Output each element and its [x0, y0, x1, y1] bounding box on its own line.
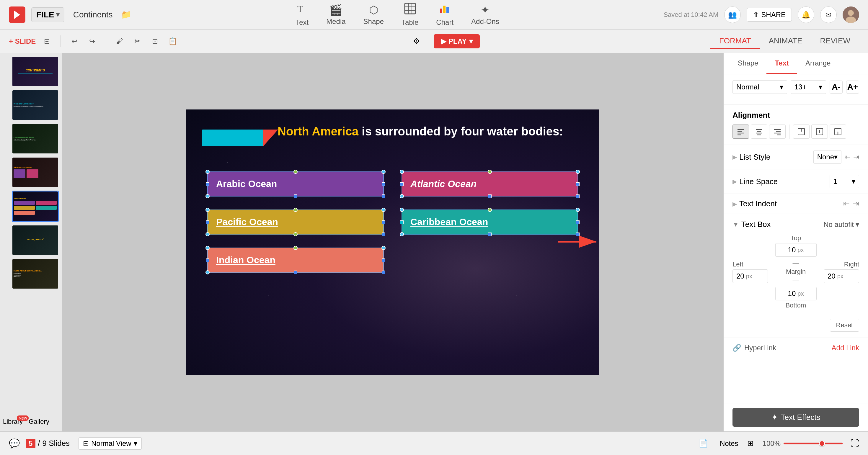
toolbar-media[interactable]: 🎬 Media: [326, 4, 345, 26]
notifications-icon-btn[interactable]: 🔔: [798, 6, 814, 23]
bottom-margin-value: 10: [788, 289, 796, 298]
text-effects-button[interactable]: ✦ Text Effects: [733, 408, 859, 427]
text-increase-btn[interactable]: A+: [846, 80, 859, 94]
style-dropdown-chevron: ▾: [780, 83, 783, 91]
line-space-header[interactable]: ▶ Line Space 1 ▾: [733, 175, 859, 188]
zoom-slider[interactable]: [783, 443, 843, 444]
margin-label: Margin: [786, 268, 806, 275]
slide-thumb-4[interactable]: What are Continents?: [12, 157, 59, 188]
layout-icon-btn[interactable]: ⊟: [40, 35, 54, 48]
valign-top-btn[interactable]: [793, 125, 810, 139]
list-style-dropdown[interactable]: None ▾: [813, 150, 841, 164]
slide-thumb-2[interactable]: What are Continents? Lorem ipsum text go…: [12, 90, 59, 120]
slide-thumb-1[interactable]: CONTINENTS: [12, 56, 59, 87]
add-link-button[interactable]: Add Link: [832, 344, 859, 352]
slide-thumb-wrapper-1: 1 CONTINENTS: [3, 56, 59, 87]
doc-icon: 📁: [121, 10, 131, 20]
scissors-button[interactable]: ✂: [131, 35, 144, 48]
chat-icon[interactable]: 💬: [9, 438, 20, 449]
ocean-box-pacific[interactable]: Pacific Ocean: [207, 209, 384, 235]
slide-thumb-7[interactable]: FACTS ABOUT NORTH AMERICA • Lorem ipsum•…: [12, 258, 59, 289]
style-dropdown[interactable]: Normal ▾: [733, 80, 787, 94]
view-selector[interactable]: ⊟ Normal View ▾: [79, 437, 142, 450]
toolbar-table[interactable]: Table: [402, 3, 418, 27]
valign-middle-btn[interactable]: [811, 125, 828, 139]
title-colored-part: North America: [278, 125, 359, 138]
handle-ml-arabic: [206, 182, 209, 186]
notes-icon: 📄: [699, 439, 708, 448]
svg-rect-8: [443, 6, 445, 13]
ocean-box-atlantic[interactable]: Atlantic Ocean: [402, 171, 578, 197]
settings-button[interactable]: ⚙: [410, 35, 423, 48]
zoom-percentage: 100%: [763, 440, 781, 448]
notes-button[interactable]: Notes: [720, 440, 738, 448]
toolbar-addons[interactable]: ✦ Add-Ons: [471, 4, 499, 26]
avatar[interactable]: [843, 6, 859, 23]
tab-format[interactable]: FORMAT: [710, 34, 760, 49]
indent-increase-icon[interactable]: ⇥: [852, 199, 859, 208]
tab-shape[interactable]: Shape: [730, 53, 767, 74]
fullscreen-icon[interactable]: ⛶: [850, 438, 859, 449]
align-right-btn[interactable]: [769, 125, 786, 139]
share-button[interactable]: ⇧ SHARE: [747, 8, 792, 22]
text-decrease-btn[interactable]: A-: [830, 80, 843, 94]
text-indent-header[interactable]: ▶ Text Indent ⇤ ⇥: [733, 199, 859, 208]
align-left-btn[interactable]: [733, 125, 749, 139]
caribbean-ocean-label: Caribbean Ocean: [410, 217, 488, 227]
size-dropdown[interactable]: 13+ ▾: [790, 80, 826, 94]
reset-button[interactable]: Reset: [830, 319, 859, 332]
list-style-expand-icon: ▶: [733, 154, 737, 161]
ocean-box-indian[interactable]: Indian Ocean: [207, 248, 384, 273]
vertical-align-buttons: [793, 125, 846, 139]
ocean-grid: Arabic Ocean Atlantic Ocean: [207, 171, 578, 273]
slide-thumb-3[interactable]: Continents of the World Asia Africa Euro…: [12, 123, 59, 154]
list-indent-icon[interactable]: ⇤: [844, 153, 850, 161]
play-button[interactable]: ▶ PLAY ▾: [434, 34, 480, 48]
tab-animate[interactable]: ANIMATE: [760, 34, 811, 49]
email-icon-btn[interactable]: ✉: [820, 6, 837, 23]
list-style-header[interactable]: ▶ List Style None ▾ ⇤ ⇥: [733, 150, 859, 164]
slide-panel: 1 CONTINENTS 2 What are Continents? Lore…: [0, 53, 62, 431]
ocean-box-caribbean[interactable]: Caribbean Ocean: [402, 209, 578, 235]
top-margin-input[interactable]: 10 px: [775, 243, 817, 257]
toolbar-chart[interactable]: Chart: [436, 3, 454, 27]
paste-button[interactable]: 📋: [166, 35, 179, 48]
ocean-box-arabic[interactable]: Arabic Ocean: [207, 171, 384, 197]
handle-bl-pacific: [206, 232, 210, 236]
tab-review[interactable]: REVIEW: [811, 34, 859, 49]
slide-thumb-6[interactable]: 24,709,000 km²: [12, 225, 59, 256]
svg-rect-7: [440, 8, 442, 13]
copy-button[interactable]: ⊡: [149, 35, 161, 48]
gallery-button[interactable]: Gallery: [29, 418, 49, 425]
layout-icon: ⊟: [83, 440, 89, 448]
align-center-btn[interactable]: [751, 125, 767, 139]
bottom-margin-input[interactable]: 10 px: [775, 287, 817, 300]
zoom-handle[interactable]: [819, 441, 825, 447]
toolbar-shape[interactable]: ⬡ Shape: [364, 4, 384, 26]
text-box-header[interactable]: ▼ Text Box No autofit ▾: [733, 220, 859, 229]
line-space-value: 1: [833, 177, 837, 186]
shape-icon: ⬡: [369, 4, 378, 16]
left-margin-input[interactable]: 20 px: [733, 269, 768, 283]
indent-decrease-icon[interactable]: ⇤: [843, 199, 850, 208]
middle-margin-row: Left 20 px — Margin — Right: [733, 259, 859, 285]
file-button[interactable]: FILE ▾: [31, 7, 64, 22]
library-button[interactable]: Library New: [3, 418, 23, 425]
redo-button[interactable]: ↪: [86, 35, 99, 48]
list-style-section: ▶ List Style None ▾ ⇤ ⇥: [724, 145, 868, 169]
text-effects-label: Text Effects: [781, 413, 820, 422]
tab-text[interactable]: Text: [767, 53, 797, 74]
people-icon-btn[interactable]: 👥: [724, 6, 741, 23]
add-slide-button[interactable]: + SLIDE: [9, 37, 36, 45]
right-margin-input[interactable]: 20 px: [824, 269, 859, 283]
list-style-chevron: ▾: [834, 153, 838, 161]
tab-arrange[interactable]: Arrange: [797, 53, 839, 74]
slide-thumb-5[interactable]: North America...: [12, 191, 59, 222]
line-space-dropdown[interactable]: 1 ▾: [830, 175, 859, 188]
undo-button[interactable]: ↩: [68, 35, 81, 48]
paint-format-button[interactable]: 🖌: [113, 35, 126, 48]
toolbar-text[interactable]: T Text: [296, 3, 309, 27]
list-outdent-icon[interactable]: ⇥: [853, 153, 859, 161]
valign-bottom-btn[interactable]: [830, 125, 846, 139]
slide-thumb-inner-1: CONTINENTS: [12, 57, 58, 86]
